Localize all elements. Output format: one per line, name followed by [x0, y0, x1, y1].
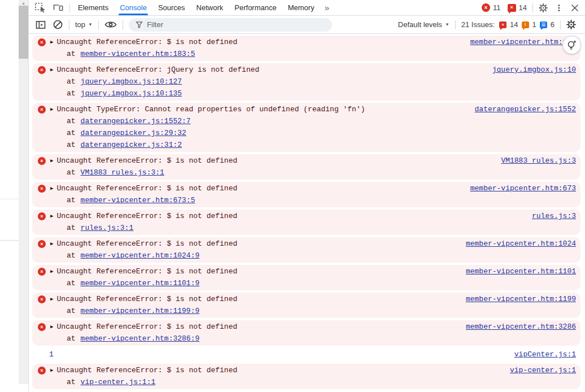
- tabbar-right-group: × 11 × 14: [478, 0, 585, 15]
- console-message-line: ×▶Uncaught ReferenceError: $ is not defi…: [37, 365, 576, 376]
- expand-arrow-icon[interactable]: ▶: [50, 365, 53, 376]
- live-expression-button[interactable]: [101, 20, 120, 29]
- message-source-link[interactable]: jquery.imgbox.js:10: [492, 64, 576, 76]
- expand-arrow-icon[interactable]: ▶: [50, 37, 53, 48]
- expand-arrow-icon[interactable]: ▶: [50, 104, 53, 115]
- devtools-panel: ElementsConsoleSourcesNetworkPerformance…: [28, 0, 585, 392]
- device-toolbar-button[interactable]: [49, 0, 67, 15]
- gear-icon: [539, 3, 548, 12]
- tab-sources[interactable]: Sources: [152, 0, 191, 15]
- stack-frame-link[interactable]: member-vipcenter.htm:183:5: [81, 50, 195, 58]
- tab-memory[interactable]: Memory: [282, 0, 320, 15]
- stack-frame-link[interactable]: jquery.imgbox.js:10:127: [81, 77, 182, 86]
- inspect-element-button[interactable]: [31, 0, 49, 15]
- stack-frame: atVM1883 rules.js:3:1: [37, 167, 576, 178]
- stack-frame-link[interactable]: vip-center.js:1:1: [81, 378, 156, 386]
- stack-frame-link[interactable]: VM1883 rules.js:3:1: [81, 168, 164, 177]
- log-levels-selector[interactable]: Default levels ▼: [395, 20, 453, 29]
- stack-frame-link[interactable]: member-vipcenter.htm:3286:9: [81, 334, 200, 343]
- filter-box[interactable]: [129, 18, 332, 32]
- message-source-link[interactable]: vip-center.js:1: [510, 365, 576, 376]
- inspect-cursor-icon: [34, 2, 46, 14]
- stack-frame: atmember-vipcenter.htm:1199:9: [37, 305, 576, 317]
- log-levels-value: Default levels: [398, 20, 442, 29]
- message-source-link[interactable]: member-vipcenter.htm:183: [470, 37, 576, 48]
- message-source-link[interactable]: rules.js:3: [532, 211, 576, 222]
- toolbar-separator: [532, 3, 533, 12]
- stack-frame-link[interactable]: member-vipcenter.htm:1199:9: [81, 307, 200, 315]
- console-message-text: Uncaught ReferenceError: jQuery is not d…: [56, 64, 485, 76]
- stack-frame-link[interactable]: jquery.imgbox.js:10:135: [81, 89, 182, 98]
- tab-performance[interactable]: Performance: [229, 0, 282, 15]
- stack-frame-link[interactable]: daterangepicker.js:1552:7: [81, 117, 191, 125]
- tab-network[interactable]: Network: [191, 0, 229, 15]
- expand-arrow-icon[interactable]: ▶: [50, 211, 53, 222]
- more-options-button[interactable]: [551, 3, 567, 12]
- console-message-text: Uncaught ReferenceError: $ is not define…: [56, 294, 459, 305]
- error-icon: ×: [38, 66, 46, 74]
- stack-prefix: at: [67, 89, 76, 98]
- stack-prefix: at: [67, 334, 76, 343]
- stack-frame-link[interactable]: rules.js:3:1: [81, 224, 134, 232]
- console-sidebar-toggle-button[interactable]: [32, 20, 49, 30]
- message-source-link[interactable]: member-vipcenter.htm:1024: [466, 238, 576, 250]
- clear-console-button[interactable]: [49, 19, 67, 30]
- stack-frame-link[interactable]: daterangepicker.js:29:32: [81, 129, 186, 137]
- settings-button[interactable]: [535, 3, 551, 12]
- more-tabs-button[interactable]: »: [320, 0, 334, 15]
- clear-console-icon: [53, 19, 63, 30]
- console-message-row: ×▶Uncaught ReferenceError: $ is not defi…: [32, 293, 580, 318]
- console-log-area: ×▶Uncaught ReferenceError: $ is not defi…: [29, 34, 585, 392]
- stack-frame-link[interactable]: member-vipcenter.htm:1101:9: [81, 279, 200, 288]
- expand-arrow-icon[interactable]: ▶: [50, 266, 53, 277]
- message-source-link[interactable]: VM1883 rules.js:3: [501, 155, 576, 167]
- expand-arrow-icon[interactable]: ▶: [50, 321, 53, 333]
- message-source-link[interactable]: member-vipcenter.htm:3286: [466, 321, 576, 333]
- message-source-link[interactable]: member-vipcenter.htm:1101: [466, 266, 576, 277]
- message-source-link[interactable]: member-vipcenter.htm:673: [470, 183, 576, 194]
- message-source-link[interactable]: member-vipcenter.htm:1199: [466, 294, 576, 305]
- stack-frame: atmember-vipcenter.htm:3286:9: [37, 333, 576, 345]
- context-selector[interactable]: top ▼: [72, 20, 96, 29]
- chevron-down-icon: ▼: [445, 22, 449, 27]
- chevron-down-icon: ▼: [88, 22, 93, 27]
- lightbulb-sparkle-icon: [566, 40, 577, 50]
- issues-summary[interactable]: 21 Issues: × 14 ! 1 ☰ 6: [458, 20, 558, 29]
- console-message-line: ×▶Uncaught ReferenceError: $ is not defi…: [37, 211, 576, 222]
- error-count-badge[interactable]: × 11: [478, 3, 504, 12]
- console-message-text: Uncaught ReferenceError: $ is not define…: [56, 37, 463, 48]
- message-source-link[interactable]: daterangepicker.js:1552: [475, 104, 576, 115]
- stack-frame-link[interactable]: member-vipcenter.htm:1024:9: [81, 251, 200, 260]
- stack-prefix: at: [67, 224, 76, 232]
- close-devtools-button[interactable]: [567, 3, 583, 12]
- filter-input[interactable]: [147, 20, 325, 29]
- ai-insight-button[interactable]: [562, 36, 581, 54]
- console-message-row: ×▶Uncaught TypeError: Cannot read proper…: [32, 103, 580, 152]
- vertical-dots-icon: [555, 3, 564, 12]
- error-icon: ×: [38, 295, 46, 303]
- expand-arrow-icon[interactable]: ▶: [50, 64, 53, 76]
- stack-frame: atdaterangepicker.js:29:32: [37, 127, 576, 139]
- error-icon: ×: [38, 185, 46, 193]
- stack-frame-link[interactable]: member-vipcenter.htm:673:5: [81, 196, 195, 204]
- issues-count-badge[interactable]: × 14: [504, 3, 530, 12]
- expand-arrow-icon[interactable]: ▶: [50, 183, 53, 194]
- expand-arrow-icon[interactable]: ▶: [50, 294, 53, 305]
- expand-arrow-icon[interactable]: ▶: [50, 155, 53, 167]
- console-settings-button[interactable]: [563, 20, 579, 29]
- stack-frame: atmember-vipcenter.htm:1101:9: [37, 277, 576, 289]
- message-source-link[interactable]: vipCenter.js:1: [514, 349, 576, 360]
- tab-console[interactable]: Console: [114, 0, 152, 15]
- tab-elements[interactable]: Elements: [72, 0, 114, 15]
- stack-frame-link[interactable]: daterangepicker.js:31:2: [81, 141, 182, 149]
- stack-prefix: at: [67, 378, 76, 386]
- error-icon: ×: [38, 157, 46, 165]
- issue-warning-count: 1: [532, 20, 536, 29]
- scrollbar-thumb[interactable]: [19, 6, 28, 59]
- error-circle-icon: ×: [482, 3, 490, 12]
- page-scrollbar[interactable]: ▲: [19, 0, 28, 384]
- issues-count: 14: [519, 3, 527, 12]
- sidebar-panel-icon: [36, 20, 46, 30]
- expand-arrow-icon[interactable]: ▶: [50, 238, 53, 250]
- stack-frame: atmember-vipcenter.htm:1024:9: [37, 250, 576, 262]
